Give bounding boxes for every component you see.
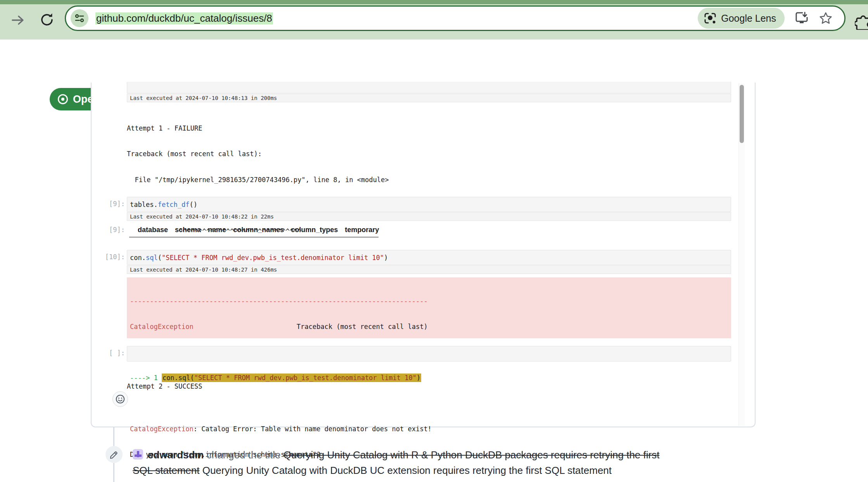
bookmark-star-icon[interactable]	[819, 11, 833, 25]
code-cell-10: con.sql("SELECT * FROM rwd_dev.pwb_is_te…	[127, 250, 731, 265]
notebook-scrollbar-thumb[interactable]	[740, 85, 744, 143]
dataframe-header-row: database schema name column_names column…	[138, 226, 379, 234]
df-col: name	[208, 226, 226, 234]
notebook-scrollbar-track[interactable]	[738, 83, 745, 426]
input-prompt-empty: [ ]:	[92, 349, 125, 357]
address-bar[interactable]: github.com/duckdb/uc_catalog/issues/8 Go…	[65, 5, 846, 31]
timeline-event-title-change: edwardsdm changed the title Querying Uni…	[133, 447, 728, 482]
google-lens-button[interactable]: Google Lens	[698, 8, 785, 29]
issue-opened-icon	[57, 93, 69, 105]
input-prompt-10: [10]:	[92, 253, 125, 261]
url-selected-text: github.com/duckdb/uc_catalog/issues/8	[95, 12, 273, 24]
df-col: temporary	[345, 226, 379, 234]
execution-time-bar: Last executed at 2024-07-10 10:48:13 in …	[127, 94, 731, 102]
event-timestamp: on Jul 10, 2024	[133, 478, 728, 482]
google-lens-label: Google Lens	[721, 13, 776, 24]
df-col: database	[138, 226, 168, 234]
actor-login[interactable]: edwardsdm	[148, 449, 204, 461]
dataframe-header-underline	[129, 237, 379, 238]
notebook-embed-card: Last executed at 2024-07-10 10:48:13 in …	[91, 83, 756, 427]
error-traceback-output: ----------------------------------------…	[127, 277, 731, 338]
forward-button[interactable]	[10, 12, 26, 28]
add-reaction-button[interactable]	[112, 391, 128, 407]
df-col: schema	[175, 226, 201, 234]
pencil-icon	[109, 450, 119, 459]
google-lens-icon	[704, 12, 716, 24]
execution-time-bar: Last executed at 2024-07-10 10:48:22 in …	[127, 212, 731, 221]
new-title: Querying Unity Catalog with DuckDB UC ex…	[202, 465, 612, 476]
extensions-puzzle-icon[interactable]	[855, 14, 868, 30]
code-cell-empty	[127, 346, 731, 362]
browser-tab-strip	[0, 0, 868, 4]
url-input[interactable]: github.com/duckdb/uc_catalog/issues/8	[95, 12, 273, 24]
input-prompt-9: [9]:	[92, 200, 125, 208]
highlighted-error-line: con.sql("SELECT * FROM rwd_dev.pwb_is_te…	[162, 374, 421, 382]
issue-header: Open Querying Unity Catalog with DuckDB …	[0, 40, 868, 83]
code-cell-9: tables.fetch_df()	[127, 197, 731, 212]
old-title-line1: Querying Unity Catalog with R & Python D…	[284, 449, 660, 461]
avatar[interactable]	[133, 449, 143, 460]
df-col: column_types	[291, 226, 338, 234]
reload-button[interactable]	[39, 12, 55, 28]
code-cell-cropped	[127, 82, 731, 93]
execution-time-bar: Last executed at 2024-07-10 10:48:27 in …	[127, 265, 731, 274]
site-settings-icon[interactable]	[71, 9, 88, 27]
df-col: column_names	[233, 226, 284, 234]
save-page-icon[interactable]	[795, 12, 809, 25]
timeline-badge	[105, 446, 123, 463]
output-prompt-9: [9]:	[92, 226, 125, 234]
smiley-icon	[115, 394, 125, 404]
event-action: changed the title	[207, 449, 281, 461]
old-title-line2: SQL statement	[133, 465, 199, 476]
